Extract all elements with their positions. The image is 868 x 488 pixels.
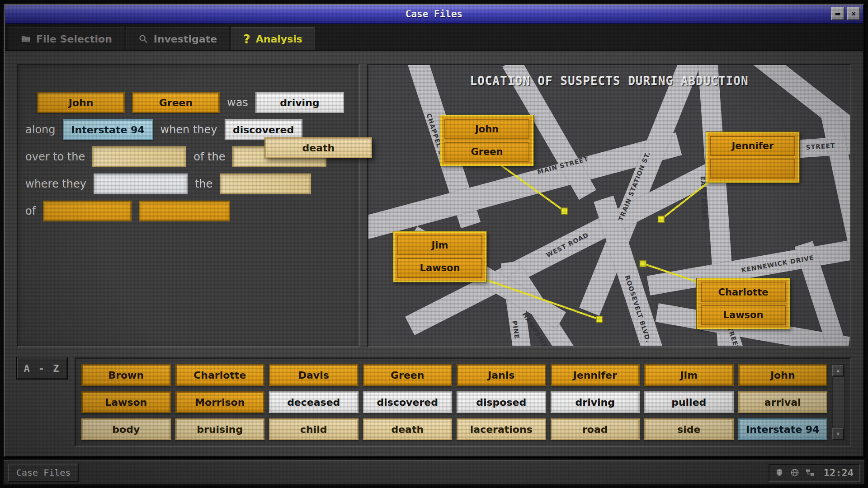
bank-tile-jim[interactable]: Jim — [644, 364, 734, 386]
sentence-text: over to the — [25, 150, 85, 163]
bank-tile-driving[interactable]: driving — [551, 391, 640, 413]
suspect-tag-jim[interactable]: JimLawson — [393, 231, 486, 282]
taskbar-case-files-button[interactable]: Case Files — [8, 464, 79, 482]
tag-empty-slot[interactable] — [710, 159, 795, 178]
bank-tile-davis[interactable]: Davis — [269, 364, 359, 386]
shield-icon — [775, 468, 784, 477]
tag-word-lawson[interactable]: Lawson — [397, 258, 482, 278]
case-files-window: Case Files ▬ × File SelectionInvestigate… — [4, 4, 864, 457]
folder-icon — [21, 34, 31, 44]
word-tile-death[interactable]: death — [264, 137, 372, 158]
tab-label: Investigate — [154, 33, 217, 45]
question-icon: ? — [243, 33, 250, 45]
bank-tile-road[interactable]: road — [551, 418, 640, 440]
bank-tile-interstate-94[interactable]: Interstate 94 — [738, 418, 828, 440]
tag-word-charlotte[interactable]: Charlotte — [701, 282, 786, 302]
empty-slot[interactable] — [94, 174, 188, 194]
sentence-line: JohnGreenwasdriving — [37, 92, 359, 113]
bank-tile-child[interactable]: child — [269, 418, 359, 440]
slot-wrap — [94, 174, 188, 194]
bank-tile-lacerations[interactable]: lacerations — [457, 418, 546, 440]
tag-word-jim[interactable]: Jim — [397, 235, 482, 255]
empty-slot[interactable] — [139, 201, 230, 221]
window-title: Case Files — [406, 9, 462, 19]
close-button[interactable]: × — [847, 7, 860, 20]
sentence-area: JohnGreenwasdrivingalongInterstate 94whe… — [25, 92, 359, 221]
tag-word-green[interactable]: Green — [444, 142, 529, 162]
tab-label: Analysis — [256, 33, 302, 45]
bank-tile-janis[interactable]: Janis — [457, 364, 546, 386]
system-tray: 12:24 — [769, 464, 860, 482]
slot-wrap — [92, 146, 186, 167]
sentence-text: of the — [193, 150, 225, 163]
analysis-panels: JohnGreenwasdrivingalongInterstate 94whe… — [17, 64, 851, 347]
bank-tile-charlotte[interactable]: Charlotte — [175, 364, 265, 386]
bank-tile-john[interactable]: John — [738, 364, 828, 386]
scroll-down-button[interactable]: ▼ — [832, 428, 844, 440]
globe-icon — [790, 468, 799, 477]
tab-analysis[interactable]: ?Analysis — [231, 27, 315, 50]
bank-tile-bruising[interactable]: bruising — [175, 418, 265, 440]
window-controls: ▬ × — [831, 7, 860, 20]
taskbar: Case Files 12:24 — [4, 460, 864, 484]
empty-slot[interactable] — [220, 174, 311, 194]
bank-tile-brown[interactable]: Brown — [81, 364, 171, 386]
bank-tile-lawson[interactable]: Lawson — [81, 391, 171, 413]
bank-tile-death[interactable]: death — [363, 418, 453, 440]
empty-slot[interactable] — [43, 201, 132, 221]
empty-slot[interactable] — [92, 146, 186, 167]
map-panel: CHAPPEL ST.MAIN STREETTRAIN STATION ST.W… — [367, 64, 851, 347]
tag-word-jennifer[interactable]: Jennifer — [710, 136, 795, 156]
taskbar-clock: 12:24 — [824, 467, 854, 479]
sentence-text: of — [25, 205, 36, 217]
titlebar[interactable]: Case Files ▬ × — [5, 5, 863, 24]
main-area: JohnGreenwasdrivingalongInterstate 94whe… — [5, 51, 863, 456]
tab-investigate[interactable]: Investigate — [126, 27, 229, 50]
tag-word-lawson[interactable]: Lawson — [701, 305, 786, 325]
word-bank-scrollbar[interactable]: ▲ ▼ — [832, 364, 844, 440]
network-icon — [806, 468, 815, 477]
sort-column: A - Z — [17, 357, 67, 447]
sentence-text: where they — [25, 178, 86, 190]
sentence-line: where theythe — [25, 174, 359, 194]
word-tile-driving[interactable]: driving — [255, 92, 344, 113]
word-tile-interstate-94[interactable]: Interstate 94 — [63, 119, 153, 140]
word-bank-panel: BrownCharlotteDavisGreenJanisJenniferJim… — [75, 357, 851, 447]
desktop: Case Files ▬ × File SelectionInvestigate… — [0, 0, 868, 488]
sentence-text: along — [25, 123, 56, 136]
bank-tile-morrison[interactable]: Morrison — [175, 391, 265, 413]
bank-tile-arrival[interactable]: arrival — [738, 391, 828, 413]
tab-label: File Selection — [36, 33, 112, 45]
sentence-line: of — [25, 201, 359, 221]
bank-tile-body[interactable]: body — [81, 418, 171, 440]
slot-wrap: death — [232, 146, 326, 167]
word-tile-john[interactable]: John — [37, 92, 125, 113]
suspect-tag-jennifer[interactable]: Jennifer — [706, 132, 799, 183]
tab-bar: File SelectionInvestigate?Analysis — [5, 24, 863, 51]
word-tile-green[interactable]: Green — [132, 92, 220, 113]
tag-word-john[interactable]: John — [444, 119, 529, 139]
sentence-text: when they — [160, 123, 217, 136]
bank-tile-jennifer[interactable]: Jennifer — [551, 364, 640, 386]
bank-tile-green[interactable]: Green — [363, 364, 453, 386]
tab-file-selection[interactable]: File Selection — [9, 27, 124, 50]
minimize-button[interactable]: ▬ — [831, 7, 844, 20]
bank-tile-side[interactable]: side — [644, 418, 734, 440]
word-bank-row: A - Z BrownCharlotteDavisGreenJanisJenni… — [17, 357, 851, 447]
bank-tile-discovered[interactable]: discovered — [363, 391, 453, 413]
scroll-up-button[interactable]: ▲ — [832, 365, 844, 376]
sentence-text: the — [195, 178, 212, 190]
bank-tile-deceased[interactable]: deceased — [269, 391, 359, 413]
bank-tile-pulled[interactable]: pulled — [644, 391, 734, 413]
suspect-tag-charlotte[interactable]: CharlotteLawson — [697, 278, 790, 329]
suspect-tag-john[interactable]: JohnGreen — [440, 115, 533, 166]
suspect-map: CHAPPEL ST.MAIN STREETTRAIN STATION ST.W… — [368, 65, 850, 346]
word-bank-grid: BrownCharlotteDavisGreenJanisJenniferJim… — [81, 364, 827, 440]
bank-tile-disposed[interactable]: disposed — [457, 391, 546, 413]
sort-az-button[interactable]: A - Z — [17, 357, 67, 379]
slot-wrap — [139, 201, 230, 221]
scrollbar-thumb[interactable] — [833, 377, 844, 427]
slot-wrap — [220, 174, 311, 194]
slot-wrap — [43, 201, 132, 221]
magnifier-icon — [138, 34, 148, 44]
